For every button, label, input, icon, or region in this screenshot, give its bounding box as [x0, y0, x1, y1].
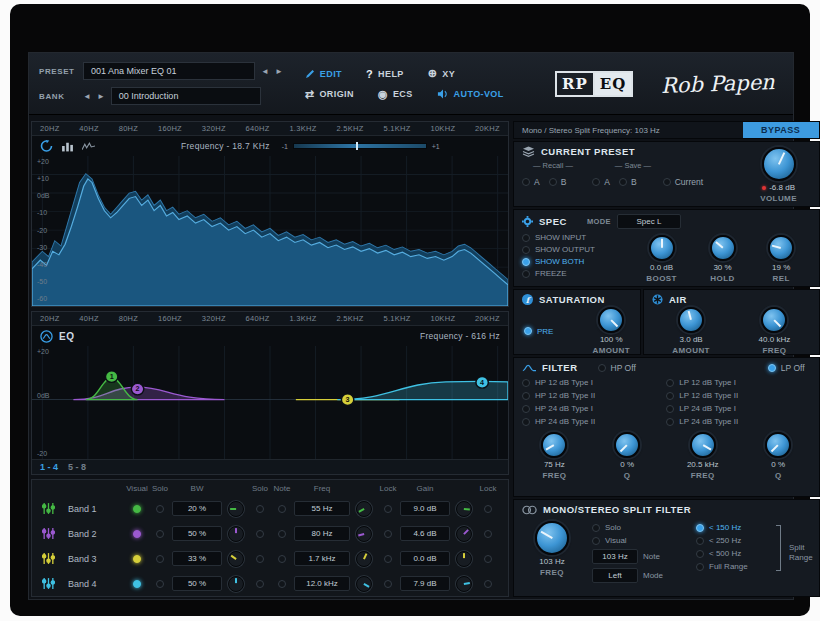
- volume-knob[interactable]: [762, 147, 796, 181]
- band-freq-knob[interactable]: [356, 576, 372, 592]
- spectrum-graph[interactable]: +20+100dB-10-20-30-40-50-60: [32, 156, 508, 306]
- range-150-option[interactable]: < 150 Hz: [696, 523, 768, 532]
- band-freq-value[interactable]: 1.7 kHz: [294, 551, 350, 566]
- band-solo2-toggle[interactable]: [256, 555, 264, 563]
- split-visual-toggle[interactable]: Visual: [592, 536, 688, 545]
- band-gain-knob[interactable]: [456, 501, 472, 517]
- lp-q-knob[interactable]: [765, 432, 791, 458]
- band-freq-lock-toggle[interactable]: [384, 530, 392, 538]
- band-bw-knob[interactable]: [228, 526, 244, 542]
- hp-off-toggle[interactable]: HP Off: [598, 363, 636, 373]
- rel-knob[interactable]: [768, 235, 794, 261]
- tab-bands-5-8[interactable]: 5 - 8: [68, 462, 86, 472]
- band-solo-toggle[interactable]: [156, 530, 164, 538]
- band-gain-knob[interactable]: [456, 551, 472, 567]
- lp-off-toggle[interactable]: LP Off: [768, 363, 805, 373]
- bypass-button[interactable]: BYPASS: [743, 122, 819, 138]
- band-gain-value[interactable]: 7.9 dB: [400, 576, 450, 591]
- band-solo2-toggle[interactable]: [256, 530, 264, 538]
- band-gain-value[interactable]: 9.0 dB: [400, 501, 450, 516]
- band-note-toggle[interactable]: [278, 530, 286, 538]
- bank-value-field[interactable]: 00 Introduction: [111, 87, 261, 105]
- band-bw-value[interactable]: 50 %: [172, 526, 222, 541]
- freeze-option[interactable]: FREEZE: [522, 269, 630, 278]
- show-output-option[interactable]: SHOW OUTPUT: [522, 245, 630, 254]
- band-gain-lock-toggle[interactable]: [484, 505, 492, 513]
- band-bw-knob[interactable]: [228, 501, 244, 517]
- bank-next-button[interactable]: ►: [97, 92, 105, 101]
- recall-b-button[interactable]: B: [549, 177, 567, 187]
- bars-icon[interactable]: [61, 140, 74, 152]
- xy-button[interactable]: ⊕ XY: [428, 68, 455, 79]
- current-button[interactable]: Current: [663, 177, 703, 187]
- band-gain-lock-toggle[interactable]: [484, 555, 492, 563]
- preset-value-field[interactable]: 001 Ana Mixer EQ 01: [83, 62, 255, 80]
- recall-a-button[interactable]: A: [522, 177, 540, 187]
- hp-12-type1-option[interactable]: HP 12 dB Type I: [522, 378, 666, 387]
- save-a-button[interactable]: A: [592, 177, 610, 187]
- band-freq-lock-toggle[interactable]: [384, 505, 392, 513]
- hp-q-knob[interactable]: [614, 432, 640, 458]
- split-mode-value[interactable]: Left: [592, 568, 638, 583]
- hold-knob[interactable]: [710, 235, 736, 261]
- stereo-cycle-icon[interactable]: [40, 140, 53, 152]
- band-freq-knob[interactable]: [356, 501, 372, 517]
- band-freq-value[interactable]: 80 Hz: [294, 526, 350, 541]
- tilt-slider-handle[interactable]: [356, 142, 358, 150]
- lp-24-type2-option[interactable]: LP 24 dB Type II: [666, 417, 810, 426]
- range-500-option[interactable]: < 500 Hz: [696, 549, 768, 558]
- band-freq-value[interactable]: 55 Hz: [294, 501, 350, 516]
- curve-icon[interactable]: [82, 140, 95, 152]
- tab-bands-1-4[interactable]: 1 - 4: [40, 462, 58, 472]
- edit-button[interactable]: EDIT: [305, 69, 342, 79]
- band-gain-value[interactable]: 4.6 dB: [400, 526, 450, 541]
- split-freq-knob[interactable]: [535, 521, 569, 555]
- band-visual-toggle[interactable]: [133, 580, 141, 588]
- saturation-amount-knob[interactable]: [598, 307, 624, 333]
- eq-graph[interactable]: +20 0dB -20 1: [32, 346, 508, 459]
- band-gain-knob[interactable]: [456, 526, 472, 542]
- hp-12-type2-option[interactable]: HP 12 dB Type II: [522, 391, 666, 400]
- band-freq-lock-toggle[interactable]: [384, 555, 392, 563]
- band-bw-value[interactable]: 33 %: [172, 551, 222, 566]
- boost-knob[interactable]: [649, 235, 675, 261]
- band-note-toggle[interactable]: [278, 555, 286, 563]
- spec-mode-select[interactable]: Spec L: [617, 214, 681, 229]
- lp-12-type1-option[interactable]: LP 12 dB Type I: [666, 378, 810, 387]
- help-button[interactable]: ? HELP: [366, 68, 404, 80]
- band-visual-toggle[interactable]: [133, 530, 141, 538]
- band-solo-toggle[interactable]: [156, 580, 164, 588]
- spectrum-tilt-slider[interactable]: -1 +1: [282, 143, 440, 150]
- hp-freq-knob[interactable]: [541, 432, 567, 458]
- band-gain-lock-toggle[interactable]: [484, 580, 492, 588]
- range-full-option[interactable]: Full Range: [696, 562, 768, 571]
- show-input-option[interactable]: SHOW INPUT: [522, 233, 630, 242]
- band-freq-knob[interactable]: [356, 526, 372, 542]
- hp-24-type1-option[interactable]: HP 24 dB Type I: [522, 404, 666, 413]
- split-note-value[interactable]: 103 Hz: [592, 549, 638, 564]
- tilt-slider-track[interactable]: [293, 143, 427, 149]
- band-gain-knob[interactable]: [456, 576, 472, 592]
- ecs-button[interactable]: ◉ ECS: [378, 89, 413, 100]
- band-gain-value[interactable]: 0.0 dB: [400, 551, 450, 566]
- band-note-toggle[interactable]: [278, 580, 286, 588]
- band-bw-knob[interactable]: [228, 576, 244, 592]
- band-solo2-toggle[interactable]: [256, 505, 264, 513]
- lp-freq-knob[interactable]: [690, 432, 716, 458]
- preset-prev-button[interactable]: ◄: [261, 67, 269, 76]
- band-freq-lock-toggle[interactable]: [384, 580, 392, 588]
- bank-prev-button[interactable]: ◄: [83, 92, 91, 101]
- band-note-toggle[interactable]: [278, 505, 286, 513]
- air-amount-knob[interactable]: [678, 307, 704, 333]
- hp-24-type2-option[interactable]: HP 24 dB Type II: [522, 417, 666, 426]
- band-bw-knob[interactable]: [228, 551, 244, 567]
- split-solo-toggle[interactable]: Solo: [592, 523, 688, 532]
- band-gain-lock-toggle[interactable]: [484, 530, 492, 538]
- band-solo-toggle[interactable]: [156, 505, 164, 513]
- band-bw-value[interactable]: 50 %: [172, 576, 222, 591]
- band-solo-toggle[interactable]: [156, 555, 164, 563]
- range-250-option[interactable]: < 250 Hz: [696, 536, 768, 545]
- lp-24-type1-option[interactable]: LP 24 dB Type I: [666, 404, 810, 413]
- show-both-option[interactable]: SHOW BOTH: [522, 257, 630, 266]
- auto-vol-button[interactable]: AUTO-VOL: [437, 89, 504, 99]
